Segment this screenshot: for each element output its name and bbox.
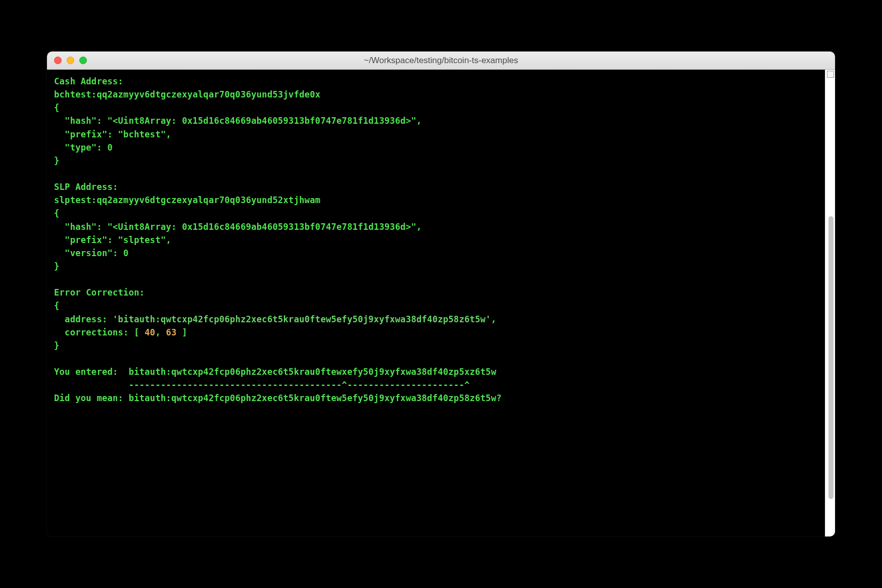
maximize-button[interactable] — [79, 57, 87, 64]
traffic-lights — [47, 57, 87, 64]
window-title: ~/Workspace/testing/bitcoin-ts-examples — [47, 56, 835, 66]
output-line: Error Correction: — [54, 287, 144, 298]
terminal-output[interactable]: Cash Address: bchtest:qq2azmyyv6dtgczexy… — [47, 70, 825, 536]
output-line: Cash Address: — [54, 76, 123, 86]
output-line: "hash": "<Uint8Array: 0x15d16c84669ab460… — [54, 222, 422, 232]
number-value: 63 — [166, 327, 177, 337]
output-line: { — [54, 208, 60, 218]
output-line: "version": 0 — [54, 248, 129, 258]
minimize-button[interactable] — [67, 57, 74, 64]
output-line: ----------------------------------------… — [54, 380, 470, 390]
output-line: slptest:qq2azmyyv6dtgczexyalqar70q036yun… — [54, 195, 320, 205]
output-line: } — [54, 340, 60, 351]
value: bitauth:qwtcxp42fcp06phz2xec6t5krau0ftew… — [129, 367, 497, 377]
value: bitauth:qwtcxp42fcp06phz2xec6t5krau0ftew… — [129, 393, 502, 403]
output-line: "hash": "<Uint8Array: 0x15d16c84669ab460… — [54, 116, 422, 126]
terminal-body: Cash Address: bchtest:qq2azmyyv6dtgczexy… — [47, 70, 835, 536]
terminal-window: ~/Workspace/testing/bitcoin-ts-examples … — [47, 52, 835, 536]
output-line: corrections: [ 40, 63 ] — [54, 327, 187, 337]
key: address: — [54, 314, 113, 324]
output-line: Did you mean: bitauth:qwtcxp42fcp06phz2x… — [54, 393, 502, 403]
output-line: bchtest:qq2azmyyv6dtgczexyalqar70q036yun… — [54, 89, 320, 100]
output-line: You entered: bitauth:qwtcxp42fcp06phz2xe… — [54, 367, 496, 377]
scrollbar[interactable] — [825, 70, 835, 536]
output-line: "prefix": "slptest", — [54, 235, 171, 245]
sep: , — [155, 327, 166, 337]
scrollbar-thumb[interactable] — [828, 216, 834, 499]
output-line: { — [54, 301, 60, 311]
label: You entered: — [54, 367, 129, 377]
output-line: "type": 0 — [54, 142, 113, 153]
close-button[interactable] — [54, 57, 62, 64]
bracket: ] — [177, 327, 187, 337]
output-line: } — [54, 156, 60, 166]
output-line: { — [54, 103, 60, 113]
comma: , — [491, 314, 497, 324]
output-line: "prefix": "bchtest", — [54, 129, 171, 139]
label: Did you mean: — [54, 393, 129, 403]
output-line: address: 'bitauth:qwtcxp42fcp06phz2xec6t… — [54, 314, 496, 324]
key: corrections: [ — [54, 327, 144, 337]
number-value: 40 — [144, 327, 155, 337]
output-line: } — [54, 261, 60, 271]
window-titlebar: ~/Workspace/testing/bitcoin-ts-examples — [47, 52, 835, 70]
scroll-indicator-icon — [827, 71, 834, 78]
output-line: SLP Address: — [54, 182, 118, 192]
string-value: 'bitauth:qwtcxp42fcp06phz2xec6t5krau0fte… — [113, 314, 491, 324]
